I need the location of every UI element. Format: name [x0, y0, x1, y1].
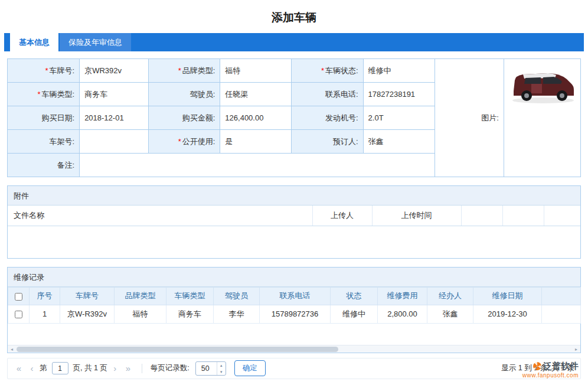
field-driver-label: 驾驶员:: [149, 83, 220, 106]
per-page-stepper[interactable]: 50 ▴ ▾: [195, 361, 226, 376]
page-title: 添加车辆: [0, 0, 588, 33]
pagination-bar: « ‹ 第 页, 共 1 页 › » 每页记录数: 50 ▴ ▾ 确定 显示 1…: [7, 358, 581, 379]
label-text: 发动机号:: [325, 113, 358, 122]
select-all-checkbox[interactable]: [15, 293, 22, 301]
cell-status: 维修中: [331, 305, 378, 323]
cell-brand: 福特: [115, 305, 166, 323]
attachments-section: 附件 文件名称 上传人 上传时间: [7, 185, 581, 259]
cell-vtype: 商务车: [166, 305, 214, 323]
col-empty-3: [544, 206, 580, 226]
field-buy-amount-value[interactable]: 126,400.00: [220, 106, 292, 130]
tab-bar: 基本信息 保险及年审信息: [4, 33, 584, 51]
attachments-header-row: 文件名称 上传人 上传时间: [8, 206, 580, 226]
cell-filler: [542, 305, 581, 323]
label-text: 联系电话:: [325, 90, 358, 99]
stepper-up-icon[interactable]: ▴: [217, 362, 226, 369]
col-uploader: 上传人: [312, 206, 372, 226]
cell-driver: 李华: [214, 305, 260, 323]
required-mark: *: [178, 137, 181, 146]
field-driver-value[interactable]: 任晓渠: [220, 83, 292, 106]
field-engine-value[interactable]: 2.0T: [363, 106, 435, 130]
field-brand-label: *品牌类型:: [149, 59, 220, 83]
horizontal-scrollbar[interactable]: ◂ ▸: [8, 345, 580, 353]
field-reserver-label: 预订人:: [292, 130, 363, 154]
field-remark-label: 备注:: [8, 154, 80, 177]
table-row[interactable]: 1 京W-R392v 福特 商务车 李华 15789872736 维修中 2,8…: [8, 305, 581, 323]
field-buy-date-value[interactable]: 2018-12-01: [80, 106, 149, 130]
required-mark: *: [37, 90, 40, 99]
field-engine-label: 发动机号:: [292, 106, 363, 130]
field-vin-label: 车架号:: [8, 130, 80, 154]
col-vtype: 车辆类型: [166, 287, 214, 305]
row-checkbox[interactable]: [15, 311, 22, 318]
field-buy-amount-label: 购买金额:: [149, 106, 220, 130]
field-plate-label: *车牌号:: [8, 59, 80, 83]
field-phone-value[interactable]: 17827238191: [363, 83, 435, 106]
stepper-arrows[interactable]: ▴ ▾: [217, 362, 226, 375]
label-text: 车辆状态:: [325, 66, 358, 75]
cell-handler: 张鑫: [427, 305, 473, 323]
next-page-icon[interactable]: ›: [109, 363, 122, 373]
col-brand: 品牌类型: [115, 287, 166, 305]
scroll-right-icon[interactable]: ▸: [572, 345, 580, 353]
col-plate: 车牌号: [60, 287, 115, 305]
per-page-label: 每页记录数:: [151, 363, 190, 373]
maintenance-title: 维修记录: [8, 268, 580, 287]
label-text: 购买日期:: [42, 113, 75, 122]
record-count-summary: 显示 1 到 1 条, 共 1 条: [501, 363, 576, 373]
confirm-button[interactable]: 确定: [234, 360, 266, 376]
field-image-label: 图片:: [435, 59, 504, 177]
vehicle-form: *车牌号: 京WR392v *品牌类型: 福特 *车辆状态: 维修中 图片:: [7, 58, 581, 177]
required-mark: *: [178, 66, 181, 75]
label-text: 车架号:: [50, 137, 75, 146]
field-remark-value[interactable]: [80, 154, 435, 177]
maintenance-empty-area: [8, 324, 580, 345]
scroll-left-icon[interactable]: ◂: [8, 345, 16, 353]
cell-cost: 2,800.00: [378, 305, 427, 323]
field-status-label: *车辆状态:: [292, 59, 363, 83]
pager-divider: [142, 364, 142, 373]
cell-date: 2019-12-30: [473, 305, 542, 323]
attachments-empty-area: [8, 226, 580, 258]
scrollbar-thumb[interactable]: [17, 347, 338, 352]
tab-basic-info[interactable]: 基本信息: [10, 33, 58, 51]
field-vin-value[interactable]: [80, 130, 149, 154]
per-page-value: 50: [196, 362, 217, 375]
cell-seq: 1: [30, 305, 60, 323]
col-select: [8, 287, 30, 305]
required-mark: *: [45, 66, 48, 75]
cell-phone: 15789872736: [260, 305, 331, 323]
col-empty-2: [502, 206, 544, 226]
maintenance-table: 序号 车牌号 品牌类型 车辆类型 驾驶员 联系电话 状态 维修费用 经办人 维修…: [8, 287, 581, 324]
field-brand-value[interactable]: 福特: [220, 59, 292, 83]
col-cost: 维修费用: [378, 287, 427, 305]
field-plate-value[interactable]: 京WR392v: [80, 59, 149, 83]
last-page-icon[interactable]: »: [122, 363, 135, 373]
stepper-down-icon[interactable]: ▾: [217, 369, 226, 375]
tab-insurance-annual-info[interactable]: 保险及年审信息: [60, 33, 131, 51]
col-filler: [542, 287, 581, 305]
col-seq: 序号: [30, 287, 60, 305]
label-text: 购买金额:: [182, 113, 215, 122]
col-upload-time: 上传时间: [372, 206, 461, 226]
field-public-use-value[interactable]: 是: [220, 130, 292, 154]
field-vtype-value[interactable]: 商务车: [80, 83, 149, 106]
col-handler: 经办人: [427, 287, 473, 305]
vehicle-image-cell: [504, 59, 580, 177]
field-status-value[interactable]: 维修中: [363, 59, 435, 83]
required-mark: *: [321, 66, 324, 75]
col-date: 维修日期: [473, 287, 542, 305]
maintenance-header-row: 序号 车牌号 品牌类型 车辆类型 驾驶员 联系电话 状态 维修费用 经办人 维修…: [8, 287, 581, 305]
first-page-icon[interactable]: «: [12, 363, 25, 373]
maintenance-section: 维修记录 序号 车牌号 品牌类型 车辆类型 驾驶员 联系电话 状态 维修费用 经…: [7, 267, 581, 353]
prev-page-icon[interactable]: ‹: [25, 363, 38, 373]
col-status: 状态: [331, 287, 378, 305]
row-select-cell: [8, 305, 30, 323]
field-reserver-value[interactable]: 张鑫: [363, 130, 435, 154]
page-number-input[interactable]: [52, 362, 68, 374]
field-vtype-label: *车辆类型:: [8, 83, 80, 106]
vehicle-photo[interactable]: [505, 60, 580, 110]
attachments-title: 附件: [8, 186, 580, 206]
label-text: 公开使用:: [182, 137, 215, 146]
col-phone: 联系电话: [260, 287, 331, 305]
